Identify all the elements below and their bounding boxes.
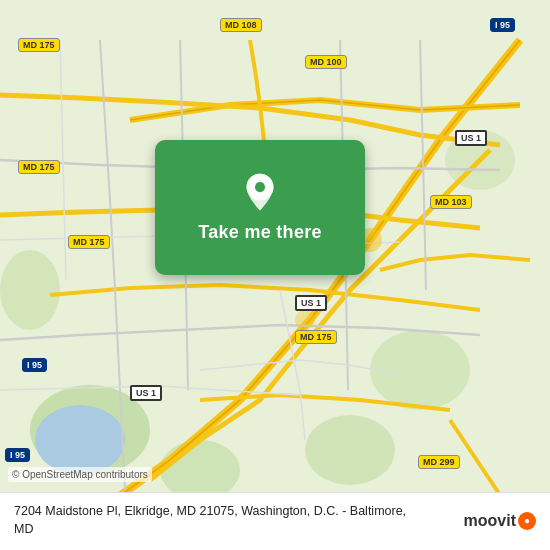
svg-point-7 [35, 405, 125, 475]
svg-point-3 [160, 440, 240, 500]
road-badge-us1-1: US 1 [455, 130, 487, 146]
road-badge-md175-3: MD 175 [68, 235, 110, 249]
osm-credit: © OpenStreetMap contributors [8, 467, 152, 482]
road-badge-md175-4: MD 175 [295, 330, 337, 344]
road-badge-md299: MD 299 [418, 455, 460, 469]
road-badge-i95-3: I 95 [5, 448, 30, 462]
moovit-icon: ● [518, 512, 536, 530]
map-container: MD 175 MD 175 MD 175 MD 108 MD 100 MD 10… [0, 0, 550, 550]
bottom-bar: 7204 Maidstone Pl, Elkridge, MD 21075, W… [0, 492, 550, 550]
svg-point-5 [305, 415, 395, 485]
road-badge-md108: MD 108 [220, 18, 262, 32]
road-badge-md175-2: MD 175 [18, 160, 60, 174]
svg-point-6 [0, 250, 60, 330]
svg-point-11 [255, 182, 265, 192]
road-badge-i95-1: I 95 [490, 18, 515, 32]
road-badge-i95-2: I 95 [22, 358, 47, 372]
location-pin-icon [239, 172, 281, 214]
moovit-text: moovit [464, 512, 516, 530]
moovit-logo: moovit ● [464, 512, 536, 530]
road-badge-md175-1: MD 175 [18, 38, 60, 52]
svg-point-9 [295, 310, 315, 330]
road-badge-us1-3: US 1 [130, 385, 162, 401]
take-me-there-overlay[interactable]: Take me there [155, 140, 365, 275]
road-badge-md100: MD 100 [305, 55, 347, 69]
take-me-there-button[interactable]: Take me there [198, 222, 322, 243]
road-badge-md103: MD 103 [430, 195, 472, 209]
svg-point-2 [370, 330, 470, 410]
address-text: 7204 Maidstone Pl, Elkridge, MD 21075, W… [14, 503, 414, 538]
road-badge-us1-2: US 1 [295, 295, 327, 311]
